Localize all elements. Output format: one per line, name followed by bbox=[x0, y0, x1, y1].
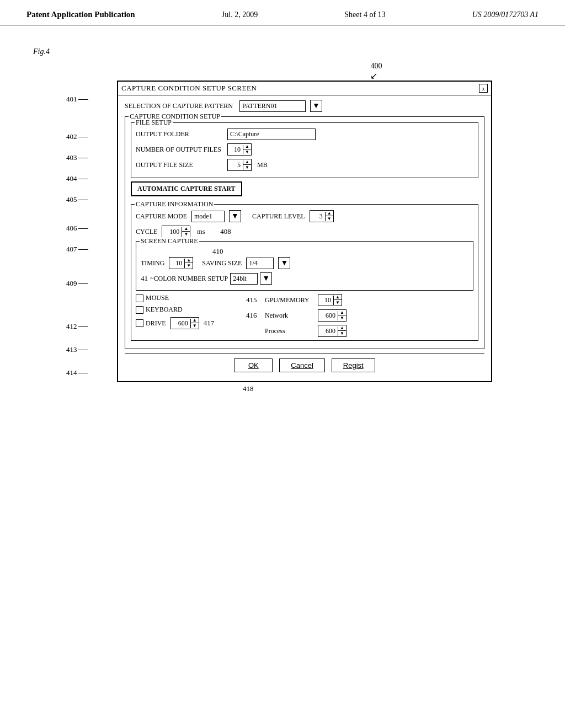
label-416: 416 bbox=[246, 311, 262, 320]
capture-info-content: CAPTURE MODE mode1 ▼ CAPTURE LEVEL 3 ▲ bbox=[131, 205, 478, 340]
gpu-down[interactable]: ▼ bbox=[334, 300, 342, 306]
auto-capture-row: AUTOMATIC CAPTURE START bbox=[131, 181, 478, 201]
file-setup-group: FILE SETUP OUTPUT FOLDER C:\Capture bbox=[131, 122, 478, 178]
screen-capture-group: SCREEN CAPTURE 410 TIMING bbox=[136, 241, 473, 291]
capture-mode-row: CAPTURE MODE mode1 ▼ CAPTURE LEVEL 3 ▲ bbox=[136, 210, 473, 222]
checkboxes-grid: MOUSE KEYBOARD bbox=[136, 294, 473, 337]
capture-condition-content: FILE SETUP OUTPUT FOLDER C:\Capture bbox=[125, 117, 484, 349]
title-bar: CAPTURE CONDITION SETUP SCREEN x bbox=[118, 82, 491, 95]
screen-capture-content: 410 TIMING 10 ▲ bbox=[136, 242, 473, 290]
cycle-label: CYCLE bbox=[136, 228, 157, 236]
network-spinner-btns: ▲ ▼ bbox=[338, 310, 346, 321]
ref-404: 404 bbox=[66, 174, 95, 183]
timing-label: TIMING bbox=[141, 259, 164, 267]
timing-down[interactable]: ▼ bbox=[185, 263, 193, 269]
patent-label: US 2009/0172703 A1 bbox=[472, 10, 539, 19]
process-down[interactable]: ▼ bbox=[338, 331, 346, 336]
file-setup-content: OUTPUT FOLDER C:\Capture NUMBER OF OUTPU… bbox=[131, 123, 478, 178]
process-label: Process bbox=[265, 327, 315, 335]
right-col: 415 GPU/MEMORY 10 ▲ ▼ bbox=[246, 294, 473, 337]
pattern-input[interactable]: PATTERN01 bbox=[239, 100, 306, 112]
saving-size-input[interactable]: 1/4 bbox=[246, 258, 274, 269]
ref-401: 401 bbox=[66, 95, 95, 104]
output-file-size-up[interactable]: ▲ bbox=[243, 159, 251, 165]
auto-capture-button[interactable]: AUTOMATIC CAPTURE START bbox=[131, 181, 242, 196]
dialog-box: CAPTURE CONDITION SETUP SCREEN x SELECTI… bbox=[117, 81, 492, 382]
keyboard-checkbox[interactable] bbox=[136, 306, 143, 314]
capture-level-down[interactable]: ▼ bbox=[326, 216, 333, 222]
capture-level-value: 3 bbox=[310, 212, 326, 221]
network-spinner: 600 ▲ ▼ bbox=[318, 309, 347, 322]
gpu-label: GPU/MEMORY bbox=[265, 296, 315, 304]
dialog-body: SELECTION OF CAPTURE PATTERN PATTERN01 ▼… bbox=[118, 95, 491, 381]
output-file-size-down[interactable]: ▼ bbox=[243, 165, 251, 170]
cancel-button[interactable]: Cancel bbox=[279, 358, 324, 372]
close-button[interactable]: x bbox=[479, 84, 488, 93]
fig-label: Fig.4 bbox=[33, 47, 532, 56]
pattern-selection-row: SELECTION OF CAPTURE PATTERN PATTERN01 ▼ bbox=[125, 100, 484, 112]
mouse-checkbox[interactable] bbox=[136, 295, 143, 302]
diagram-container: 400 ↙ 401 402 403 404 bbox=[66, 62, 532, 393]
capture-level-spinner-btns: ▲ ▼ bbox=[326, 211, 333, 222]
pattern-label: SELECTION OF CAPTURE PATTERN bbox=[125, 102, 233, 110]
dialog-title: CAPTURE CONDITION SETUP SCREEN bbox=[121, 84, 257, 93]
capture-level-spinner: 3 ▲ ▼ bbox=[310, 210, 334, 222]
color-setup-label: ~COLOR NUMBER SETUP bbox=[150, 275, 228, 283]
output-folder-label: OUTPUT FOLDER bbox=[136, 130, 224, 138]
label-410: 410 bbox=[212, 247, 468, 256]
saving-size-dropdown[interactable]: ▼ bbox=[278, 257, 290, 269]
drive-label: DRIVE bbox=[146, 319, 166, 328]
drive-spinner-btns: ▲ ▼ bbox=[191, 318, 199, 329]
cycle-spinner: 100 ▲ ▼ bbox=[162, 226, 190, 238]
capture-information-label: CAPTURE INFORMATION bbox=[135, 200, 214, 208]
capture-mode-label: CAPTURE MODE bbox=[136, 212, 187, 221]
mouse-label: MOUSE bbox=[146, 294, 169, 302]
gpu-row: 415 GPU/MEMORY 10 ▲ ▼ bbox=[246, 294, 473, 306]
output-file-size-spinner-btns: ▲ ▼ bbox=[243, 159, 251, 170]
page-body: Fig.4 400 ↙ 401 402 403 bbox=[0, 25, 565, 415]
ref-406: 406 bbox=[66, 224, 95, 233]
left-checkboxes: MOUSE KEYBOARD bbox=[136, 294, 235, 337]
cycle-row: CYCLE 100 ▲ ▼ ms bbox=[136, 226, 473, 238]
capture-mode-dropdown[interactable]: ▼ bbox=[229, 210, 241, 222]
output-files-up[interactable]: ▲ bbox=[243, 144, 251, 149]
cycle-spinner-btns: ▲ ▼ bbox=[182, 226, 190, 237]
ok-button[interactable]: OK bbox=[234, 358, 273, 372]
gpu-up[interactable]: ▲ bbox=[334, 295, 342, 300]
regist-button[interactable]: Regist bbox=[332, 358, 375, 372]
publication-label: Patent Application Publication bbox=[26, 10, 135, 19]
network-label: Network bbox=[265, 312, 315, 320]
color-row: 41 ~COLOR NUMBER SETUP 24bit ▼ bbox=[141, 272, 468, 285]
timing-up[interactable]: ▲ bbox=[185, 258, 193, 263]
output-folder-input[interactable]: C:\Capture bbox=[227, 129, 316, 140]
saving-size-label: SAVING SIZE bbox=[202, 259, 242, 267]
output-folder-row: OUTPUT FOLDER C:\Capture bbox=[136, 129, 473, 140]
drive-down[interactable]: ▼ bbox=[191, 323, 199, 329]
cycle-unit: ms bbox=[197, 228, 205, 236]
output-files-down[interactable]: ▼ bbox=[243, 149, 251, 155]
output-files-spinner: 10 ▲ ▼ bbox=[227, 143, 252, 156]
cycle-up[interactable]: ▲ bbox=[182, 226, 190, 232]
arrow-400: ↙ bbox=[215, 72, 532, 81]
capture-mode-input[interactable]: mode1 bbox=[191, 211, 225, 222]
ref-414: 414 bbox=[66, 368, 95, 377]
color-dropdown[interactable]: ▼ bbox=[260, 272, 272, 285]
label-408: 408 bbox=[220, 227, 231, 236]
drive-checkbox[interactable] bbox=[136, 319, 143, 327]
network-up[interactable]: ▲ bbox=[338, 310, 346, 315]
pattern-dropdown[interactable]: ▼ bbox=[310, 100, 322, 112]
color-value-input[interactable]: 24bit bbox=[230, 273, 258, 285]
drive-spinner: 600 ▲ ▼ bbox=[170, 317, 199, 329]
gpu-spinner: 10 ▲ ▼ bbox=[318, 294, 342, 306]
label-417: 417 bbox=[204, 319, 215, 328]
gpu-value: 10 bbox=[318, 296, 334, 305]
keyboard-label: KEYBOARD bbox=[146, 306, 183, 314]
drive-up[interactable]: ▲ bbox=[191, 318, 199, 323]
capture-level-up[interactable]: ▲ bbox=[326, 211, 333, 216]
drive-checkbox-item: DRIVE 600 ▲ ▼ bbox=[136, 317, 235, 329]
ref-409: 409 bbox=[66, 279, 95, 288]
timing-row: TIMING 10 ▲ ▼ bbox=[141, 257, 468, 269]
process-up[interactable]: ▲ bbox=[338, 325, 346, 331]
network-down[interactable]: ▼ bbox=[338, 315, 346, 321]
cycle-down[interactable]: ▼ bbox=[182, 232, 190, 237]
